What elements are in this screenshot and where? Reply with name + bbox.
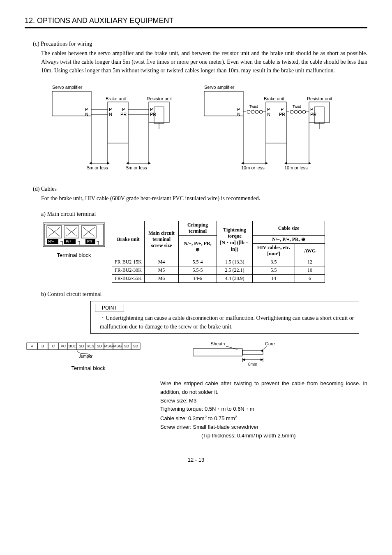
note-line-6: (Tip thickness: 0.4mm/Tip width 2.5mm)	[201, 432, 367, 440]
wire-notes: Wire the stripped cable after twisting t…	[160, 379, 367, 440]
note-line-3: Tightening torque: 0.5N・m to 0.6N・m	[160, 405, 367, 414]
col-crimp: Crimping terminal	[179, 221, 217, 236]
label-p: P	[109, 107, 112, 112]
col-cable-sub: N/−, P/+, PR, ⊕	[253, 236, 325, 244]
ctrl-cell: SD	[97, 344, 102, 348]
core-label: Core	[265, 341, 275, 346]
jumper-label: Jumper	[79, 354, 93, 358]
label-pr: PR	[87, 239, 92, 243]
label-pr: PR	[279, 112, 285, 117]
sub-a-heading: a) Main circuit terminal	[41, 211, 367, 217]
svg-marker-79	[242, 358, 245, 361]
section-d-body: For the brake unit, HIV cable (600V grad…	[41, 194, 367, 203]
svg-point-24	[255, 110, 258, 113]
note-line-4: Cable size: 0.3mm2 to 0.75 mm2	[160, 414, 367, 423]
col-torque: Tightening torque[N・m] ([lb・in])	[217, 221, 253, 258]
svg-rect-71	[193, 349, 242, 356]
main-terminal-block-diagram: N/− P/+ PR	[41, 221, 107, 250]
diagram-10m: Servo amplifier Brake unit Resistor unit…	[200, 83, 344, 173]
label-p-plus: P/+	[66, 239, 71, 243]
control-terminal-diagram: ABCPCBUESDRESSDMSGMSGSDSD Jumper	[25, 340, 152, 365]
ctrl-cell: MSG	[104, 344, 113, 348]
svg-point-22	[247, 110, 250, 113]
label-n: N	[85, 112, 88, 117]
col-screw: Main circuit terminal screw size	[145, 221, 179, 258]
col-awg: AWG	[295, 244, 325, 258]
wiring-diagram-row: Servo amplifier Brake unit Resistor unit…	[25, 83, 367, 173]
section-c-body: The cables between the servo amplifier a…	[41, 49, 367, 75]
label-n: N	[109, 112, 112, 117]
chapter-title: 12. OPTIONS AND AUXILIARY EQUIPMENT	[25, 16, 367, 25]
point-body: Undertightening can cause a cable discon…	[100, 315, 354, 330]
label-brake-unit: Brake unit	[106, 96, 126, 101]
label-p: P	[122, 107, 125, 112]
point-label: POINT	[95, 304, 124, 312]
label-dist: 5m or less	[126, 165, 147, 170]
col-cable: Cable size	[253, 221, 325, 236]
label-n: N	[237, 112, 240, 117]
svg-point-25	[259, 110, 263, 113]
label-pr: PR	[120, 112, 127, 117]
svg-point-23	[251, 110, 254, 113]
svg-point-29	[294, 110, 297, 113]
diagram-5m: Servo amplifier Brake unit Resistor unit…	[48, 83, 184, 173]
dim-6mm: 6mm	[248, 362, 257, 367]
ctrl-cell: RES	[87, 344, 95, 348]
label-brake-unit: Brake unit	[264, 96, 284, 101]
label-dist: 10m or less	[241, 165, 265, 170]
svg-point-31	[302, 110, 306, 113]
ctrl-cell: C	[52, 344, 55, 348]
ctrl-cell: SD	[124, 344, 129, 348]
svg-line-73	[226, 346, 238, 349]
ctrl-cell: A	[31, 344, 33, 348]
sheath-label: Sheath	[211, 341, 225, 346]
label-p: P	[267, 107, 270, 112]
col-brake: Brake unit	[112, 221, 145, 258]
label-p: P	[281, 107, 284, 112]
terminal-block-label: Terminal block	[57, 252, 91, 258]
ctrl-cell: SD	[133, 344, 138, 348]
ctrl-cell: SD	[79, 344, 84, 348]
chapter-rule	[25, 27, 367, 28]
label-resistor-unit: Resistor unit	[147, 96, 172, 101]
label-p: P	[85, 107, 88, 112]
svg-point-28	[290, 110, 293, 113]
ctrl-cell: MSG	[113, 344, 122, 348]
label-p: P	[150, 107, 153, 112]
label-resistor-unit: Resistor unit	[307, 96, 332, 101]
table-row: FR-BU2-30KM55.5-52.5 (22.1)5.510	[112, 266, 325, 275]
ctrl-cell: BUE	[69, 344, 76, 348]
note-line-1: Wire the stripped cable after twisting t…	[160, 379, 367, 397]
col-crimp-sub: N/−, P/+, PR, ⊕	[179, 236, 217, 258]
label-pr: PR	[310, 112, 316, 117]
point-box: POINT ・Undertightening can cause a cable…	[90, 301, 359, 334]
page-number: 12 - 13	[25, 457, 367, 463]
label-dist: 5m or less	[87, 165, 108, 170]
label-pr: PR	[150, 112, 156, 117]
label-n-minus: N/−	[48, 239, 54, 243]
label-p: P	[310, 107, 313, 112]
ctrl-terminal-block-label: Terminal block	[25, 365, 152, 371]
col-hiv: HIV cables, etc. [mm²]	[253, 244, 295, 258]
sheath-core-diagram: Sheath Core 6mm	[185, 340, 284, 369]
svg-marker-80	[261, 358, 263, 361]
label-twist: Twist	[293, 104, 301, 109]
table-row: FR-BU2-55KM614-64.4 (38.9)146	[112, 275, 325, 283]
section-d-heading: (d) Cables	[33, 186, 367, 192]
svg-point-30	[298, 110, 302, 113]
label-p: P	[237, 107, 240, 112]
label-n: N	[267, 112, 270, 117]
note-line-2: Screw size: M3	[160, 397, 367, 405]
label-twist: Twist	[249, 104, 258, 109]
main-circuit-spec-table: Brake unitMain circuit terminal screw si…	[112, 221, 325, 283]
label-dist: 10m or less	[284, 165, 308, 170]
ctrl-cell: B	[42, 344, 44, 348]
table-row: FR-BU2-15KM45.5-41.5 (13.3)3.512	[112, 258, 325, 266]
section-c-heading: (c) Precautions for wiring	[33, 41, 367, 47]
ctrl-cell: PC	[61, 344, 66, 348]
sub-b-heading: b) Control circuit terminal	[41, 291, 367, 298]
label-servo-amp: Servo amplifier	[204, 85, 235, 90]
svg-rect-72	[242, 350, 263, 354]
note-line-5: Screw driver: Small flat-blade screwdriv…	[160, 423, 367, 432]
label-servo-amp: Servo amplifier	[52, 85, 83, 90]
